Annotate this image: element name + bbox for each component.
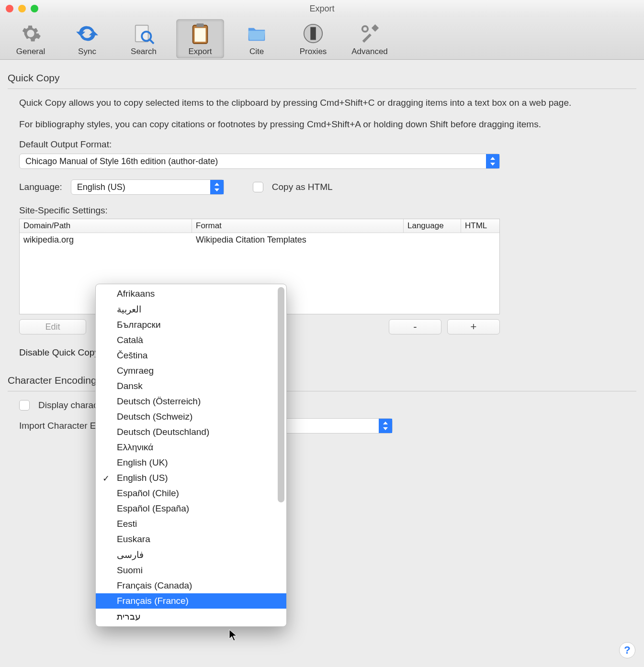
check-icon: ✓ — [102, 473, 110, 484]
search-icon — [130, 20, 157, 47]
minimize-window-button[interactable] — [18, 5, 26, 12]
default-output-format-value: Chicago Manual of Style 16th edition (au… — [25, 156, 218, 167]
cell-domain: wikipedia.org — [20, 233, 192, 247]
gear-icon — [17, 20, 44, 47]
language-select[interactable]: English (US) — [71, 179, 224, 195]
col-domain[interactable]: Domain/Path — [20, 219, 192, 233]
tab-cite[interactable]: Cite — [233, 19, 281, 58]
quick-copy-description-2: For bibliography styles, you can copy ci… — [19, 118, 633, 131]
default-output-format-label: Default Output Format: — [19, 139, 636, 150]
copy-as-html-checkbox[interactable] — [253, 182, 263, 192]
language-option[interactable]: Español (Chile) — [96, 486, 286, 501]
svg-point-8 — [362, 26, 368, 32]
remove-button[interactable]: - — [389, 319, 441, 334]
add-button[interactable]: + — [447, 319, 500, 334]
tab-label: Advanced — [351, 47, 388, 56]
edit-button[interactable]: Edit — [19, 319, 86, 334]
language-option[interactable]: Ελληνικά — [96, 440, 286, 455]
language-option[interactable]: Čeština — [96, 348, 286, 363]
language-option[interactable]: עברית — [96, 609, 286, 624]
language-option-label: Български — [117, 320, 161, 330]
clipboard-icon — [187, 20, 214, 47]
col-format[interactable]: Format — [192, 219, 404, 233]
tab-label: Export — [188, 47, 212, 56]
language-option-label: Català — [117, 335, 143, 345]
quick-copy-heading: Quick Copy — [8, 72, 636, 89]
language-option[interactable]: Deutsch (Österreich) — [96, 394, 286, 409]
folder-icon — [243, 20, 270, 47]
language-option[interactable]: Dansk — [96, 378, 286, 394]
language-option[interactable]: Español (España) — [96, 501, 286, 516]
tab-general[interactable]: General — [7, 19, 55, 58]
tab-export[interactable]: Export — [176, 19, 224, 58]
language-option[interactable]: English (UK) — [96, 455, 286, 470]
tab-label: Search — [131, 47, 157, 56]
cell-language — [404, 233, 461, 247]
language-option-label: Dansk — [117, 381, 143, 391]
zoom-window-button[interactable] — [31, 5, 38, 12]
language-label: Language: — [19, 182, 62, 192]
tab-sync[interactable]: Sync — [63, 19, 111, 58]
cell-html — [461, 233, 499, 247]
display-encoding-checkbox[interactable] — [19, 400, 30, 411]
preferences-toolbar: General Sync Search Export Cite Proxies — [0, 17, 644, 60]
language-option[interactable]: Euskara — [96, 532, 286, 547]
language-option[interactable]: Cymraeg — [96, 363, 286, 378]
cell-format: Wikipedia Citation Templates — [192, 233, 404, 247]
tab-advanced[interactable]: Advanced — [346, 19, 394, 58]
default-output-format-select[interactable]: Chicago Manual of Style 16th edition (au… — [19, 154, 500, 169]
svg-line-2 — [150, 40, 154, 44]
tab-label: General — [16, 47, 45, 56]
close-window-button[interactable] — [6, 5, 13, 12]
language-option-label: Deutsch (Österreich) — [117, 396, 201, 406]
language-option-label: Eesti — [117, 519, 137, 529]
tab-proxies[interactable]: Proxies — [289, 19, 337, 58]
language-option-label: Français (France) — [117, 596, 189, 606]
language-option-label: English (US) — [117, 473, 168, 483]
svg-rect-4 — [195, 28, 206, 42]
language-option[interactable]: Deutsch (Schweiz) — [96, 409, 286, 424]
language-option[interactable]: Български — [96, 317, 286, 333]
language-option[interactable]: Deutsch (Deutschland) — [96, 424, 286, 440]
language-option[interactable]: ✓English (US) — [96, 470, 286, 486]
quick-copy-description-1: Quick Copy allows you to copy selected i… — [19, 97, 633, 110]
language-option[interactable]: Afrikaans — [96, 286, 286, 301]
col-language[interactable]: Language — [404, 219, 461, 233]
language-option-label: فارسی — [117, 550, 144, 560]
language-option-label: Euskara — [117, 534, 150, 544]
language-option-label: Deutsch (Deutschland) — [117, 427, 209, 437]
language-option-label: English (UK) — [117, 457, 168, 467]
language-option-label: עברית — [117, 611, 141, 622]
sync-icon — [74, 20, 101, 47]
help-button[interactable]: ? — [619, 642, 635, 658]
tab-label: Sync — [78, 47, 96, 56]
svg-rect-5 — [196, 23, 203, 27]
tools-icon — [356, 20, 383, 47]
tab-search[interactable]: Search — [120, 19, 168, 58]
language-option[interactable]: Eesti — [96, 516, 286, 532]
language-option-label: Suomi — [117, 565, 143, 575]
language-option[interactable]: Français (France) — [96, 593, 286, 609]
language-option-label: Čeština — [117, 350, 147, 360]
language-option[interactable]: Français (Canada) — [96, 578, 286, 593]
window-titlebar: Export — [0, 0, 644, 17]
svg-rect-7 — [310, 27, 316, 40]
language-option[interactable]: فارسی — [96, 547, 286, 563]
tab-label: Proxies — [300, 47, 327, 56]
language-option-label: Español (Chile) — [117, 488, 179, 498]
language-option-label: Ελληνικά — [117, 442, 153, 452]
cursor-icon — [229, 629, 238, 645]
language-option[interactable]: Suomi — [96, 563, 286, 578]
language-option-label: Deutsch (Schweiz) — [117, 411, 192, 422]
tab-label: Cite — [249, 47, 264, 56]
language-option-label: العربية — [117, 304, 141, 314]
proxies-icon — [300, 20, 327, 47]
language-option-label: Cymraeg — [117, 366, 154, 376]
language-option[interactable]: العربية — [96, 301, 286, 317]
language-value: English (US) — [77, 182, 125, 192]
site-specific-settings-label: Site-Specific Settings: — [19, 205, 636, 216]
table-row[interactable]: wikipedia.org Wikipedia Citation Templat… — [20, 233, 499, 247]
col-html[interactable]: HTML — [461, 219, 499, 233]
language-option[interactable]: Català — [96, 333, 286, 348]
language-dropdown-menu: AfrikaansالعربيةБългарскиCatalàČeštinaCy… — [95, 284, 287, 627]
